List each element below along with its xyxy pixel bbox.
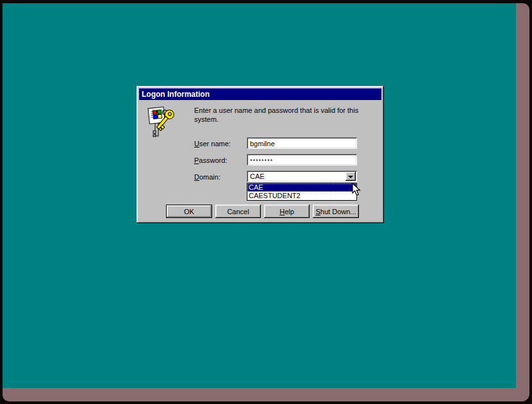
help-button[interactable]: Help (264, 205, 310, 218)
dropdown-option-cae[interactable]: CAE (247, 183, 356, 192)
instruction-text: Enter a user name and password that is v… (194, 106, 372, 124)
username-field[interactable] (247, 137, 357, 149)
password-label: Password: (194, 156, 227, 164)
key-tag-icon (147, 106, 177, 140)
dropdown-arrow-icon (348, 176, 353, 178)
title-bar[interactable]: Logon Information (139, 88, 381, 100)
dropdown-button[interactable] (345, 172, 356, 181)
domain-combobox[interactable]: CAE (247, 171, 357, 182)
shutdown-button[interactable]: Shut Down... (313, 205, 359, 218)
cancel-button[interactable]: Cancel (215, 205, 261, 218)
combo-value: CAE (250, 173, 265, 180)
username-label: User name: (194, 140, 231, 147)
screen: Logon Information (0, 0, 532, 404)
domain-dropdown-list: CAE CAESTUDENT2 (247, 183, 357, 201)
dropdown-option-caestudent2[interactable]: CAESTUDENT2 (247, 192, 356, 200)
mouse-cursor-icon (352, 183, 361, 197)
password-field[interactable] (247, 154, 357, 165)
dialog-title: Logon Information (142, 90, 210, 99)
domain-label: Domain: (194, 173, 220, 181)
ok-button[interactable]: OK (166, 205, 212, 218)
logon-dialog: Logon Information (137, 86, 384, 223)
